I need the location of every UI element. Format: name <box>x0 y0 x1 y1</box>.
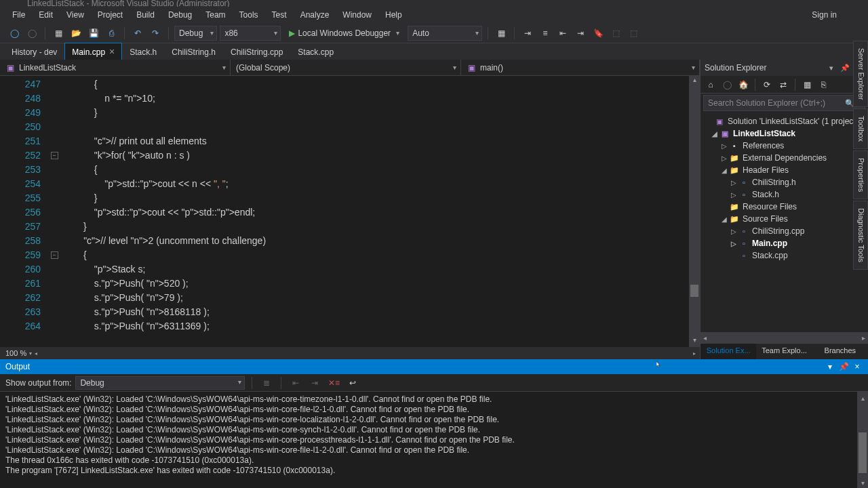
menu-window[interactable]: Window <box>336 8 378 22</box>
tree-project[interactable]: ◢▣LinkedListStack <box>701 127 868 140</box>
home-icon[interactable]: ⌂ <box>703 77 718 92</box>
scroll-right-icon[interactable]: ▸ <box>693 350 696 357</box>
menu-test[interactable]: Test <box>265 8 294 22</box>
tb-icon-1[interactable]: ▦ <box>494 26 509 41</box>
tree-file[interactable]: ▷▫Stack.h <box>701 188 868 201</box>
tab-chilistring-h[interactable]: ChiliString.h <box>164 44 223 60</box>
signin-link[interactable]: Sign in <box>805 8 844 22</box>
indent-icon[interactable]: ⇥ <box>573 26 588 41</box>
tree-file[interactable]: ▷▫ChiliString.cpp <box>701 225 868 237</box>
start-debug-button[interactable]: ▶ Local Windows Debugger ▾ <box>283 26 405 41</box>
code-editor[interactable]: 2472482492502512522532542552562572582592… <box>0 76 700 347</box>
show-from-dropdown[interactable]: Debug <box>75 376 245 390</box>
ot-icon-1[interactable]: ≣ <box>259 375 274 390</box>
tree-file[interactable]: ▷▫ChiliString.h <box>701 176 868 188</box>
nav-back-icon[interactable]: ◯ <box>7 26 22 41</box>
nav-project-dropdown[interactable]: ▣ LinkedListStack <box>0 60 231 75</box>
tab-chilistring-cpp[interactable]: ChiliString.cpp <box>223 44 290 60</box>
tab-team-explorer[interactable]: Team Explo... <box>756 344 812 359</box>
output-text[interactable]: 'LinkedListStack.exe' (Win32): Loaded 'C… <box>0 392 868 488</box>
solution-tree[interactable]: ▣Solution 'LinkedListStack' (1 project) … <box>701 113 868 332</box>
output-panel: Output ▾ 📌 × Show output from: Debug ≣ ⇤… <box>0 359 868 488</box>
menu-view[interactable]: View <box>60 8 91 22</box>
sidetab-diagnostic[interactable]: Diagnostic Tools <box>853 201 868 270</box>
fold-toggle[interactable]: − <box>51 251 58 259</box>
refresh-icon[interactable]: ⟳ <box>760 77 774 92</box>
config-dropdown[interactable]: Debug <box>174 26 217 41</box>
close-icon[interactable]: × <box>109 46 115 57</box>
tab-main-cpp[interactable]: Main.cpp× <box>64 43 122 60</box>
wrap-icon[interactable]: ↩ <box>345 375 360 390</box>
tb-icon-2[interactable]: ⇥ <box>520 26 535 41</box>
tree-source-files[interactable]: ◢📁Source Files <box>701 213 868 225</box>
tab-stack-cpp[interactable]: Stack.cpp <box>290 44 341 60</box>
back-icon[interactable]: ◯ <box>719 77 734 92</box>
output-scrollbar-v[interactable]: ▴ ▾ <box>857 392 868 488</box>
outdent-icon[interactable]: ⇤ <box>555 26 570 41</box>
scroll-thumb[interactable] <box>859 432 867 473</box>
tab-history[interactable]: History - dev <box>4 44 64 60</box>
sidetab-toolbox[interactable]: Toolbox <box>853 108 868 149</box>
redo-icon[interactable]: ↷ <box>148 26 163 41</box>
clear-icon[interactable]: ✕≡ <box>326 375 341 390</box>
tab-stack-h[interactable]: Stack.h <box>122 44 164 60</box>
sidetab-properties[interactable]: Properties <box>853 150 868 199</box>
menu-edit[interactable]: Edit <box>32 8 60 22</box>
tree-resource-files[interactable]: 📁Resource Files <box>701 201 868 213</box>
auto-dropdown[interactable]: Auto <box>408 26 482 41</box>
close-icon[interactable]: × <box>852 362 863 371</box>
scroll-left-icon[interactable]: ◂ <box>35 350 37 357</box>
nav-scope-dropdown[interactable]: (Global Scope) <box>231 60 461 75</box>
menu-file[interactable]: File <box>5 8 32 22</box>
code-content[interactable]: { n *= "n">10; } "c">// print out all el… <box>60 76 689 347</box>
platform-dropdown[interactable]: x86 <box>220 26 281 41</box>
sln-home-icon[interactable]: 🏠 <box>736 77 751 92</box>
tab-solution-explorer[interactable]: Solution Ex... <box>701 344 756 359</box>
new-project-icon[interactable]: ▦ <box>51 26 66 41</box>
tree-file[interactable]: ▷▫Main.cpp <box>701 237 868 249</box>
code-scrollbar-v[interactable]: ▴ ▾ <box>689 76 700 347</box>
output-dropdown-icon[interactable]: ▾ <box>825 362 835 371</box>
tree-file[interactable]: ▫Stack.cpp <box>701 249 868 262</box>
scroll-up-icon[interactable]: ▴ <box>689 76 700 87</box>
menu-analyze[interactable]: Analyze <box>294 8 336 22</box>
menu-debug[interactable]: Debug <box>161 8 199 22</box>
scroll-down-icon[interactable]: ▾ <box>689 336 700 347</box>
sync-icon[interactable]: ⇄ <box>776 77 791 92</box>
pin-icon[interactable]: 📌 <box>840 62 850 73</box>
nav-func-dropdown[interactable]: ▣ main() <box>461 60 700 75</box>
fold-toggle[interactable]: − <box>51 152 58 159</box>
tree-header-files[interactable]: ◢📁Header Files <box>701 164 868 176</box>
ot-icon-3[interactable]: ⇥ <box>307 375 322 390</box>
ot-icon-2[interactable]: ⇤ <box>288 375 303 390</box>
solution-search[interactable]: 🔍 ▾ <box>703 95 865 111</box>
pin-icon[interactable]: 📌 <box>838 362 849 371</box>
bookmark-icon[interactable]: 🔖 <box>591 26 606 41</box>
tb-icon-4[interactable]: ⬚ <box>608 26 623 41</box>
open-icon[interactable]: 📂 <box>68 26 83 41</box>
show-all-icon[interactable]: ▦ <box>800 77 814 92</box>
tree-ext-deps[interactable]: ▷📁External Dependencies <box>701 152 868 164</box>
undo-icon[interactable]: ↶ <box>130 26 145 41</box>
menu-team[interactable]: Team <box>199 8 232 22</box>
zoom-dropdown-icon[interactable]: ▾ <box>29 350 32 357</box>
save-all-icon[interactable]: ⎙ <box>104 26 119 41</box>
zoom-value: 100 % <box>5 349 26 357</box>
sidetab-server-explorer[interactable]: Server Explorer <box>853 41 868 107</box>
panel-dropdown-icon[interactable]: ▾ <box>826 62 837 73</box>
scroll-thumb[interactable] <box>690 285 698 297</box>
menu-project[interactable]: Project <box>91 8 130 22</box>
tb-icon-5[interactable]: ⬚ <box>626 26 641 41</box>
solution-scroll-h[interactable]: ◂▸ <box>701 332 868 343</box>
menu-help[interactable]: Help <box>378 8 409 22</box>
menu-tools[interactable]: Tools <box>233 8 265 22</box>
tree-solution[interactable]: ▣Solution 'LinkedListStack' (1 project) <box>701 115 868 127</box>
nav-fwd-icon[interactable]: ◯ <box>24 26 39 41</box>
tree-references[interactable]: ▷▪References <box>701 140 868 152</box>
search-input[interactable] <box>708 98 845 108</box>
tab-branches[interactable]: Branches <box>812 344 868 359</box>
save-icon[interactable]: 💾 <box>86 26 101 41</box>
menu-build[interactable]: Build <box>130 8 161 22</box>
properties-icon[interactable]: ⎘ <box>816 77 831 92</box>
tb-icon-3[interactable]: ≡ <box>538 26 553 41</box>
